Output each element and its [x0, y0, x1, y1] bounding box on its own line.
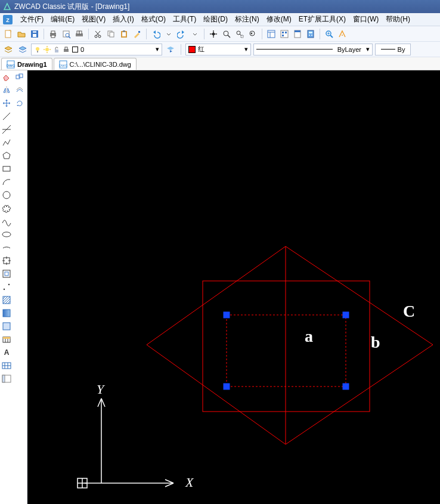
properties-palette-icon[interactable] — [265, 28, 277, 40]
insert-block-icon[interactable] — [0, 254, 13, 267]
polygon-icon[interactable] — [0, 149, 13, 162]
color-dropdown[interactable]: 红 ▾ — [185, 44, 251, 55]
layer-color-swatch — [72, 47, 78, 52]
color-swatch — [188, 46, 196, 53]
menu-window[interactable]: 窗口(W) — [349, 13, 382, 26]
publish-icon[interactable] — [73, 28, 85, 40]
svg-rect-7 — [51, 31, 55, 33]
tool-palettes-icon[interactable] — [292, 28, 303, 40]
dwg-file-icon: DWG — [59, 60, 67, 69]
app-menu-icon[interactable]: Z — [2, 14, 13, 25]
menu-tools[interactable]: 工具(T) — [169, 13, 200, 26]
paste-icon[interactable] — [118, 28, 130, 40]
undo-icon[interactable] — [150, 28, 162, 40]
erase-icon[interactable] — [0, 70, 13, 84]
svg-rect-37 — [285, 32, 287, 33]
ellipse-icon[interactable] — [0, 228, 13, 241]
move-icon[interactable] — [0, 97, 13, 110]
copy-icon[interactable] — [105, 28, 117, 40]
print-preview-icon[interactable] — [60, 28, 72, 40]
svg-rect-59 — [65, 47, 67, 50]
spline-icon[interactable] — [0, 215, 13, 228]
doc-tab-other[interactable]: DWG C:\...\CLINIC-3D.dwg — [54, 58, 137, 70]
rectangle-icon[interactable] — [0, 162, 13, 175]
layer-states-icon[interactable] — [17, 44, 29, 55]
line-icon[interactable] — [0, 110, 13, 123]
calculator-icon[interactable] — [305, 28, 317, 40]
menu-format[interactable]: 格式(O) — [138, 13, 169, 26]
menu-draw[interactable]: 绘图(D) — [200, 13, 231, 26]
undo-dropdown-icon[interactable] — [163, 28, 175, 40]
dwg-file-icon: DWG — [7, 60, 15, 69]
linetype-dropdown[interactable]: ByLayer ▾ — [253, 44, 373, 55]
layer-dropdown[interactable]: 0 ▾ — [31, 44, 162, 55]
menu-annotate[interactable]: 标注(N) — [231, 13, 263, 26]
point-icon[interactable] — [0, 280, 13, 293]
region-icon[interactable] — [0, 320, 13, 333]
hatch-icon[interactable] — [0, 293, 13, 307]
svg-point-76 — [4, 289, 5, 290]
svg-text:DWG: DWG — [59, 64, 67, 67]
pan-icon[interactable] — [207, 28, 219, 40]
circle-icon[interactable] — [0, 188, 13, 202]
lineweight-dropdown[interactable]: By — [375, 44, 411, 55]
help-icon[interactable] — [336, 28, 348, 40]
svg-text:A: A — [4, 348, 10, 357]
menu-help[interactable]: 帮助(H) — [382, 13, 414, 26]
svg-line-11 — [69, 36, 70, 38]
lock-open-icon — [53, 46, 60, 53]
drawing-canvas[interactable]: a b C X Y — [27, 70, 440, 504]
table-grid-icon[interactable] — [0, 359, 13, 372]
layout-icon[interactable] — [0, 372, 13, 385]
design-center-icon[interactable] — [278, 28, 290, 40]
menu-file[interactable]: 文件(F) — [17, 13, 47, 26]
open-icon[interactable] — [16, 28, 27, 40]
svg-rect-24 — [138, 31, 140, 33]
menu-view[interactable]: 视图(V) — [78, 13, 109, 26]
menu-modify[interactable]: 修改(M) — [263, 13, 295, 26]
mirror-icon[interactable] — [0, 84, 13, 97]
menu-insert[interactable]: 插入(I) — [109, 13, 137, 26]
lineweight-preview — [381, 49, 395, 50]
zoom-window-icon[interactable] — [234, 28, 246, 40]
arc-icon[interactable] — [0, 175, 13, 188]
svg-point-49 — [342, 35, 343, 36]
layer-previous-icon[interactable] — [165, 44, 176, 55]
layer-properties-icon[interactable] — [2, 44, 14, 55]
gradient-icon[interactable] — [0, 307, 13, 320]
print-icon[interactable] — [47, 28, 59, 40]
rotate-icon[interactable] — [13, 97, 26, 110]
match-properties-icon[interactable] — [131, 28, 143, 40]
cut-icon[interactable] — [92, 28, 104, 40]
copy-obj-icon[interactable] — [13, 70, 26, 84]
annotation-a: a — [305, 327, 313, 346]
mtext-icon[interactable]: A — [0, 346, 13, 359]
plot-icon — [63, 46, 70, 53]
svg-rect-23 — [123, 30, 125, 32]
canvas-svg — [27, 70, 440, 504]
zoom-realtime-icon[interactable] — [221, 28, 233, 40]
menu-et[interactable]: ET扩展工具(X) — [295, 13, 349, 26]
redo-dropdown-icon[interactable] — [189, 28, 201, 40]
app-logo-icon — [2, 2, 12, 11]
annotation-b: b — [371, 333, 380, 352]
save-icon[interactable] — [29, 28, 41, 40]
svg-rect-84 — [3, 310, 10, 317]
make-block-icon[interactable] — [0, 267, 13, 280]
revision-cloud-icon[interactable] — [0, 202, 13, 215]
svg-line-46 — [330, 35, 333, 38]
menu-edit[interactable]: 编辑(E) — [47, 13, 78, 26]
table-icon[interactable] — [0, 333, 13, 346]
polyline-icon[interactable] — [0, 136, 13, 149]
new-icon[interactable] — [2, 28, 14, 40]
redo-icon[interactable] — [176, 28, 188, 40]
offset-icon[interactable] — [13, 84, 26, 97]
svg-rect-32 — [268, 30, 275, 38]
zoom-previous-icon[interactable] — [247, 28, 259, 40]
svg-text:Z: Z — [6, 17, 10, 23]
construction-line-icon[interactable] — [0, 123, 13, 136]
ellipse-arc-icon[interactable] — [0, 241, 13, 254]
zoom-extents-icon[interactable] — [323, 28, 335, 40]
doc-tab-active[interactable]: DWG Drawing1 — [1, 58, 52, 70]
properties-toolbar: 0 ▾ 红 ▾ ByLayer ▾ By — [0, 42, 440, 57]
